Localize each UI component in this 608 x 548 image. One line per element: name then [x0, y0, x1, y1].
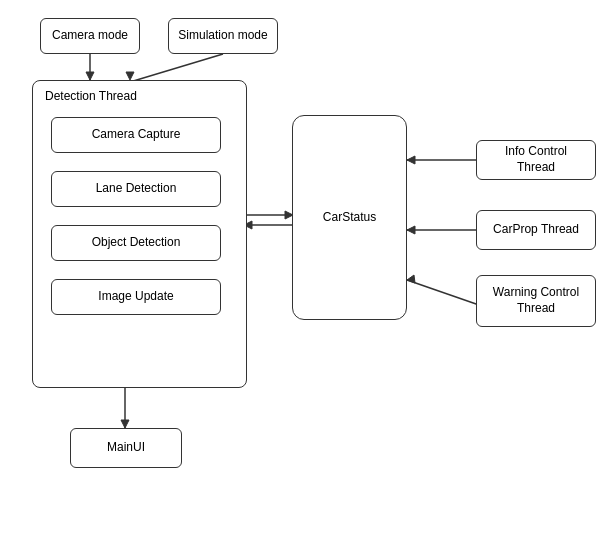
camera-capture-box: Camera Capture — [51, 117, 221, 153]
info-control-thread-box: Info Control Thread — [476, 140, 596, 180]
lane-detection-box: Lane Detection — [51, 171, 221, 207]
svg-line-14 — [407, 280, 479, 305]
image-update-box: Image Update — [51, 279, 221, 315]
simulation-mode-box: Simulation mode — [168, 18, 278, 54]
detection-thread-container: Detection Thread Camera Capture Lane Det… — [32, 80, 247, 388]
svg-marker-9 — [121, 420, 129, 428]
car-status-box: CarStatus — [292, 115, 407, 320]
svg-marker-15 — [407, 275, 415, 283]
architecture-diagram: Camera mode Simulation mode Detection Th… — [0, 0, 608, 548]
svg-marker-1 — [86, 72, 94, 80]
svg-marker-11 — [407, 156, 415, 164]
svg-line-2 — [130, 54, 223, 82]
warning-control-thread-box: Warning Control Thread — [476, 275, 596, 327]
object-detection-box: Object Detection — [51, 225, 221, 261]
main-ui-box: MainUI — [70, 428, 182, 468]
carprop-thread-box: CarProp Thread — [476, 210, 596, 250]
camera-mode-box: Camera mode — [40, 18, 140, 54]
svg-marker-13 — [407, 226, 415, 234]
svg-marker-3 — [126, 72, 134, 80]
detection-thread-label: Detection Thread — [45, 89, 137, 103]
